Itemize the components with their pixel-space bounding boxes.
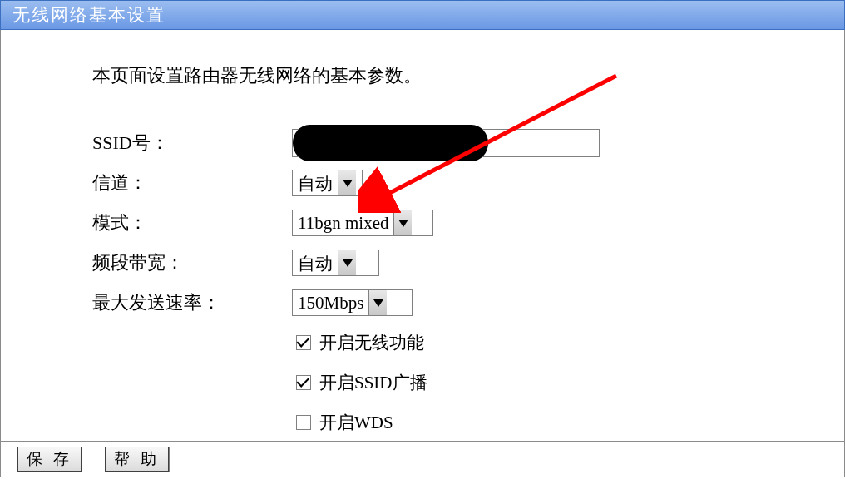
ssid-broadcast-label: 开启SSID广播 — [319, 371, 427, 394]
band-select[interactable]: 自动 — [292, 250, 379, 276]
chevron-down-icon — [343, 259, 353, 267]
window-title: 无线网络基本设置 — [12, 3, 166, 27]
enable-wireless-label: 开启无线功能 — [319, 331, 424, 354]
ssid-redaction — [293, 125, 488, 161]
ssid-input[interactable] — [292, 129, 600, 157]
mode-select[interactable]: 11bgn mixed — [292, 210, 433, 236]
dropdown-button-icon — [338, 250, 356, 275]
wds-checkbox[interactable] — [296, 415, 311, 430]
help-button[interactable]: 帮 助 — [105, 447, 169, 472]
mode-label: 模式： — [92, 210, 292, 235]
channel-value: 自动 — [293, 170, 338, 195]
channel-select[interactable]: 自动 — [292, 170, 363, 196]
channel-label: 信道： — [92, 170, 292, 195]
dropdown-button-icon — [338, 170, 356, 195]
window-titlebar: 无线网络基本设置 — [0, 0, 845, 30]
content-panel: 本页面设置路由器无线网络的基本参数。 SSID号： 信道： 自动 模式： 11b… — [0, 30, 845, 442]
rate-label: 最大发送速率： — [92, 290, 292, 315]
chevron-down-icon — [398, 220, 408, 227]
band-label: 频段带宽： — [92, 250, 292, 275]
footer-bar: 保 存 帮 助 — [0, 441, 845, 477]
rate-value: 150Mbps — [293, 290, 368, 315]
ssid-label: SSID号： — [92, 131, 292, 156]
rate-select[interactable]: 150Mbps — [292, 289, 413, 316]
chevron-down-icon — [343, 180, 353, 187]
dropdown-button-icon — [393, 210, 412, 235]
ssid-broadcast-checkbox[interactable] — [296, 375, 311, 390]
dropdown-button-icon — [368, 290, 387, 315]
page-description: 本页面设置路由器无线网络的基本参数。 — [92, 63, 844, 88]
chevron-down-icon — [373, 299, 383, 307]
save-button[interactable]: 保 存 — [17, 447, 82, 472]
mode-value: 11bgn mixed — [293, 210, 393, 235]
enable-wireless-checkbox[interactable] — [296, 335, 311, 350]
band-value: 自动 — [293, 250, 338, 275]
wds-label: 开启WDS — [319, 411, 393, 434]
